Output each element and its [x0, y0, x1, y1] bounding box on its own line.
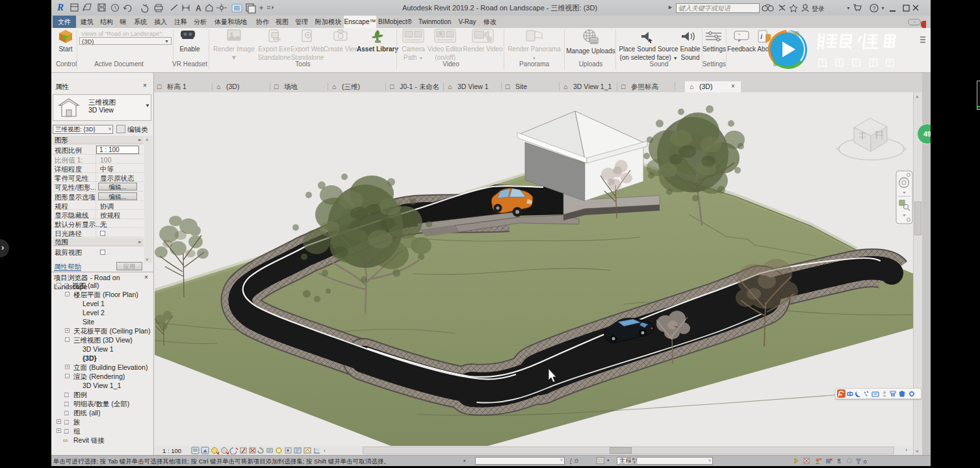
svg-text:EXE: EXE: [273, 37, 281, 41]
svg-text:▼: ▼: [846, 6, 851, 10]
svg-text:▼: ▼: [881, 6, 885, 10]
svg-text:?: ?: [873, 5, 876, 12]
svg-text:‹: ‹: [324, 448, 326, 454]
svg-text:A: A: [196, 4, 201, 13]
svg-text::0: :0: [862, 459, 867, 465]
svg-text:'': '': [738, 32, 741, 38]
svg-text:登录: 登录: [812, 5, 825, 12]
